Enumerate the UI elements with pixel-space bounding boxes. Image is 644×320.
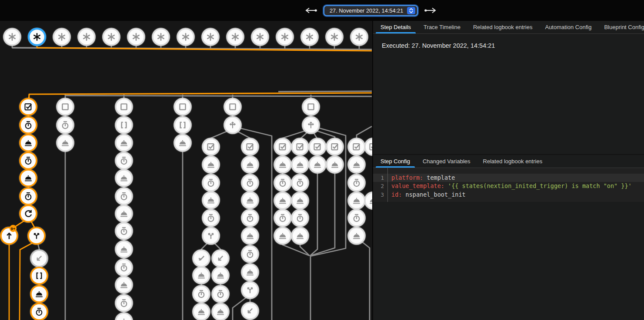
tab-changed-variables[interactable]: Changed Variables (418, 155, 475, 168)
trace-node-timer[interactable] (19, 187, 37, 205)
trace-node-timer[interactable] (274, 174, 292, 192)
trace-node-checkbox[interactable] (291, 138, 309, 156)
trace-node-asterisk[interactable] (152, 28, 170, 46)
trace-node-asterisk[interactable] (226, 28, 244, 46)
trace-node-timer[interactable] (115, 294, 133, 312)
next-run-arrow-icon[interactable] (424, 7, 437, 14)
run-datetime-select[interactable]: 27. November 2022, 14:54:21 (324, 5, 418, 16)
tab-trace-timeline[interactable]: Trace Timeline (419, 21, 465, 33)
trace-node-square[interactable] (302, 98, 320, 116)
trace-node-checkbox[interactable] (364, 138, 372, 156)
previous-run-arrow-icon[interactable] (304, 7, 317, 14)
tab-step-details[interactable]: Step Details (376, 21, 416, 33)
trace-node-service[interactable] (115, 312, 133, 320)
trace-node-service[interactable] (115, 169, 133, 187)
tab-step-config[interactable]: Step Config (376, 155, 415, 168)
trace-node-brackets[interactable] (30, 267, 48, 285)
trace-node-service[interactable] (347, 227, 366, 245)
trace-node-brackets[interactable] (174, 116, 192, 134)
trace-node-timer[interactable] (241, 209, 259, 227)
trace-node-square[interactable] (224, 98, 242, 116)
trace-node-service[interactable] (115, 240, 133, 258)
trace-node-service[interactable] (192, 266, 210, 284)
trace-node-service[interactable] (291, 227, 309, 245)
trace-node-square[interactable] (115, 98, 133, 116)
trace-node-timer[interactable] (56, 116, 74, 134)
trace-node-asterisk[interactable] (251, 28, 269, 46)
trace-node-brackets[interactable] (115, 116, 133, 134)
trace-node-service[interactable] (241, 191, 259, 209)
trace-node-asterisk[interactable] (300, 28, 319, 46)
trace-node-checkbox[interactable] (347, 138, 366, 156)
trace-node-service[interactable] (326, 155, 344, 174)
trace-node-service[interactable] (347, 191, 366, 210)
tab-automation-config[interactable]: Automation Config (540, 21, 596, 33)
trace-node-timer[interactable] (241, 245, 259, 263)
trace-node-asterisk[interactable] (276, 28, 294, 46)
trace-node-asterisk[interactable] (3, 28, 21, 46)
trace-node-timer[interactable] (291, 209, 309, 227)
trace-node-service[interactable] (211, 266, 230, 284)
trace-node-asterisk[interactable] (102, 28, 120, 46)
trace-node-service[interactable] (291, 155, 309, 174)
trace-node-square[interactable] (174, 98, 192, 116)
trace-node-timer[interactable] (115, 187, 133, 205)
trace-node-service[interactable] (308, 155, 327, 174)
trace-node-timer[interactable] (202, 209, 220, 227)
trace-node-service[interactable] (19, 169, 37, 187)
trace-node-timer[interactable] (115, 152, 133, 170)
trace-node-service[interactable] (241, 227, 259, 245)
trace-node-checkbox[interactable] (19, 98, 37, 116)
trace-node-arrowbl[interactable] (241, 302, 259, 320)
trace-node-service[interactable] (274, 227, 292, 245)
trace-node-service[interactable] (30, 285, 48, 303)
trace-node-service[interactable] (174, 134, 192, 152)
trace-node-choose[interactable] (302, 116, 320, 134)
tab-related-logbook-entries[interactable]: Related logbook entries (478, 155, 547, 168)
trace-node-timer[interactable] (192, 285, 210, 303)
select-stepper-icon[interactable] (407, 7, 415, 14)
trace-node-checkbox[interactable] (308, 138, 327, 156)
trace-node-service[interactable] (211, 303, 230, 320)
tab-blueprint-config[interactable]: Blueprint Config (599, 21, 644, 33)
trace-node-asterisk[interactable] (177, 28, 195, 46)
trace-node-service[interactable] (115, 134, 133, 152)
trace-node-split[interactable] (202, 227, 220, 245)
trace-node-arrowup[interactable]: 9+ (0, 225, 18, 245)
trace-node-timer[interactable] (347, 174, 366, 192)
trace-node-timer[interactable] (30, 303, 48, 320)
trace-node-asterisk[interactable] (201, 28, 220, 46)
trace-node-square[interactable] (56, 98, 74, 116)
trace-node-service[interactable] (115, 205, 133, 223)
trace-node-asterisk[interactable] (127, 28, 145, 46)
trace-node-refresh[interactable] (19, 205, 37, 223)
trace-node-checkbox[interactable] (274, 138, 292, 156)
trace-node-service[interactable] (241, 263, 259, 281)
trace-node-arrowcheck[interactable] (192, 249, 210, 267)
trace-node-asterisk[interactable] (28, 28, 46, 46)
trace-node-timer[interactable] (202, 174, 220, 192)
trace-node-service[interactable] (56, 134, 74, 152)
trace-node-service[interactable] (364, 191, 372, 210)
tab-related-logbook-entries[interactable]: Related logbook entries (468, 21, 537, 33)
trace-node-timer[interactable] (19, 116, 37, 134)
step-config-code[interactable]: 1platform: template2value_template: '{{ … (373, 168, 644, 202)
trace-node-service[interactable] (202, 191, 220, 209)
trace-node-checkbox[interactable] (326, 138, 344, 156)
trace-node-checkbox[interactable] (202, 138, 220, 156)
trace-node-asterisk[interactable] (350, 28, 368, 46)
trace-node-timer[interactable] (347, 209, 366, 227)
trace-node-timer[interactable] (211, 285, 230, 303)
trace-node-split[interactable] (241, 281, 259, 299)
trace-node-checkbox[interactable] (241, 138, 259, 156)
trace-node-timer[interactable] (291, 174, 309, 192)
trace-node-asterisk[interactable] (53, 28, 71, 46)
trace-node-service[interactable] (347, 155, 366, 174)
trace-node-arrowbl[interactable] (30, 249, 48, 267)
trace-node-service[interactable] (274, 191, 292, 210)
trace-node-split[interactable] (27, 227, 46, 245)
trace-node-asterisk[interactable] (77, 28, 96, 46)
trace-node-service[interactable] (274, 155, 292, 174)
trace-node-service[interactable] (115, 276, 133, 294)
trace-node-timer[interactable] (19, 152, 37, 170)
